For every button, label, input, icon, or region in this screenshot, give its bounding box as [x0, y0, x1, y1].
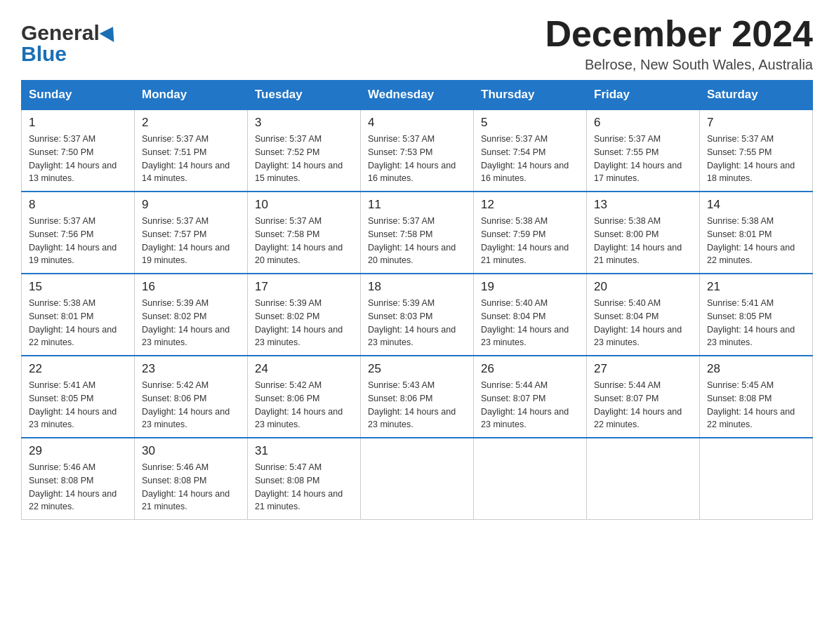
day-number: 2 — [142, 116, 240, 130]
calendar-cell: 15 Sunrise: 5:38 AMSunset: 8:01 PMDaylig… — [22, 274, 135, 356]
day-info: Sunrise: 5:43 AMSunset: 8:06 PMDaylight:… — [368, 379, 466, 431]
day-number: 31 — [255, 444, 353, 458]
day-info: Sunrise: 5:38 AMSunset: 8:00 PMDaylight:… — [594, 215, 692, 267]
calendar-cell: 29 Sunrise: 5:46 AMSunset: 8:08 PMDaylig… — [22, 438, 135, 520]
day-info: Sunrise: 5:40 AMSunset: 8:04 PMDaylight:… — [481, 297, 579, 349]
day-number: 17 — [255, 280, 353, 294]
calendar-cell: 27 Sunrise: 5:44 AMSunset: 8:07 PMDaylig… — [587, 356, 700, 438]
day-info: Sunrise: 5:37 AMSunset: 7:50 PMDaylight:… — [29, 133, 127, 185]
day-number: 16 — [142, 280, 240, 294]
col-header-friday: Friday — [587, 81, 700, 110]
day-number: 5 — [481, 116, 579, 130]
day-info: Sunrise: 5:38 AMSunset: 7:59 PMDaylight:… — [481, 215, 579, 267]
day-number: 23 — [142, 362, 240, 376]
col-header-monday: Monday — [135, 81, 248, 110]
calendar-cell: 22 Sunrise: 5:41 AMSunset: 8:05 PMDaylig… — [22, 356, 135, 438]
day-info: Sunrise: 5:44 AMSunset: 8:07 PMDaylight:… — [481, 379, 579, 431]
calendar-cell: 16 Sunrise: 5:39 AMSunset: 8:02 PMDaylig… — [135, 274, 248, 356]
day-info: Sunrise: 5:37 AMSunset: 7:55 PMDaylight:… — [707, 133, 805, 185]
day-number: 15 — [29, 280, 127, 294]
calendar-cell: 23 Sunrise: 5:42 AMSunset: 8:06 PMDaylig… — [135, 356, 248, 438]
day-info: Sunrise: 5:47 AMSunset: 8:08 PMDaylight:… — [255, 461, 353, 514]
calendar-table: SundayMondayTuesdayWednesdayThursdayFrid… — [21, 80, 813, 520]
col-header-thursday: Thursday — [474, 81, 587, 110]
calendar-header-row: SundayMondayTuesdayWednesdayThursdayFrid… — [22, 81, 813, 110]
calendar-cell: 19 Sunrise: 5:40 AMSunset: 8:04 PMDaylig… — [474, 274, 587, 356]
calendar-cell: 7 Sunrise: 5:37 AMSunset: 7:55 PMDayligh… — [700, 109, 813, 192]
calendar-week-2: 8 Sunrise: 5:37 AMSunset: 7:56 PMDayligh… — [22, 192, 813, 274]
calendar-cell: 24 Sunrise: 5:42 AMSunset: 8:06 PMDaylig… — [248, 356, 361, 438]
day-number: 7 — [707, 116, 805, 130]
calendar-cell: 13 Sunrise: 5:38 AMSunset: 8:00 PMDaylig… — [587, 192, 700, 274]
calendar-cell: 18 Sunrise: 5:39 AMSunset: 8:03 PMDaylig… — [361, 274, 474, 356]
calendar-cell: 14 Sunrise: 5:38 AMSunset: 8:01 PMDaylig… — [700, 192, 813, 274]
day-number: 14 — [707, 198, 805, 212]
day-info: Sunrise: 5:40 AMSunset: 8:04 PMDaylight:… — [594, 297, 692, 349]
day-info: Sunrise: 5:41 AMSunset: 8:05 PMDaylight:… — [29, 379, 127, 431]
day-info: Sunrise: 5:44 AMSunset: 8:07 PMDaylight:… — [594, 379, 692, 431]
month-title: December 2024 — [545, 14, 813, 54]
day-number: 12 — [481, 198, 579, 212]
calendar-cell: 12 Sunrise: 5:38 AMSunset: 7:59 PMDaylig… — [474, 192, 587, 274]
page-header: General Blue December 2024 Belrose, New … — [21, 14, 813, 73]
logo: General Blue — [21, 21, 119, 66]
calendar-cell: 30 Sunrise: 5:46 AMSunset: 8:08 PMDaylig… — [135, 438, 248, 520]
calendar-cell: 4 Sunrise: 5:37 AMSunset: 7:53 PMDayligh… — [361, 109, 474, 192]
calendar-cell: 3 Sunrise: 5:37 AMSunset: 7:52 PMDayligh… — [248, 109, 361, 192]
day-info: Sunrise: 5:37 AMSunset: 7:57 PMDaylight:… — [142, 215, 240, 267]
logo-arrow-icon — [100, 23, 119, 43]
logo-blue-text: Blue — [21, 42, 67, 66]
calendar-week-4: 22 Sunrise: 5:41 AMSunset: 8:05 PMDaylig… — [22, 356, 813, 438]
day-info: Sunrise: 5:37 AMSunset: 7:58 PMDaylight:… — [368, 215, 466, 267]
day-info: Sunrise: 5:38 AMSunset: 8:01 PMDaylight:… — [29, 297, 127, 349]
calendar-cell: 10 Sunrise: 5:37 AMSunset: 7:58 PMDaylig… — [248, 192, 361, 274]
day-number: 11 — [368, 198, 466, 212]
day-number: 10 — [255, 198, 353, 212]
day-number: 4 — [368, 116, 466, 130]
day-number: 24 — [255, 362, 353, 376]
calendar-cell: 25 Sunrise: 5:43 AMSunset: 8:06 PMDaylig… — [361, 356, 474, 438]
calendar-week-1: 1 Sunrise: 5:37 AMSunset: 7:50 PMDayligh… — [22, 109, 813, 192]
col-header-saturday: Saturday — [700, 81, 813, 110]
calendar-cell: 9 Sunrise: 5:37 AMSunset: 7:57 PMDayligh… — [135, 192, 248, 274]
day-number: 19 — [481, 280, 579, 294]
title-block: December 2024 Belrose, New South Wales, … — [545, 14, 813, 73]
calendar-cell: 28 Sunrise: 5:45 AMSunset: 8:08 PMDaylig… — [700, 356, 813, 438]
day-number: 20 — [594, 280, 692, 294]
day-info: Sunrise: 5:37 AMSunset: 7:51 PMDaylight:… — [142, 133, 240, 185]
day-info: Sunrise: 5:41 AMSunset: 8:05 PMDaylight:… — [707, 297, 805, 349]
day-info: Sunrise: 5:37 AMSunset: 7:58 PMDaylight:… — [255, 215, 353, 267]
day-info: Sunrise: 5:39 AMSunset: 8:02 PMDaylight:… — [142, 297, 240, 349]
calendar-cell: 20 Sunrise: 5:40 AMSunset: 8:04 PMDaylig… — [587, 274, 700, 356]
day-number: 30 — [142, 444, 240, 458]
calendar-cell: 8 Sunrise: 5:37 AMSunset: 7:56 PMDayligh… — [22, 192, 135, 274]
day-number: 18 — [368, 280, 466, 294]
day-info: Sunrise: 5:37 AMSunset: 7:52 PMDaylight:… — [255, 133, 353, 185]
day-number: 26 — [481, 362, 579, 376]
day-info: Sunrise: 5:39 AMSunset: 8:02 PMDaylight:… — [255, 297, 353, 349]
calendar-week-5: 29 Sunrise: 5:46 AMSunset: 8:08 PMDaylig… — [22, 438, 813, 520]
calendar-cell: 6 Sunrise: 5:37 AMSunset: 7:55 PMDayligh… — [587, 109, 700, 192]
day-info: Sunrise: 5:39 AMSunset: 8:03 PMDaylight:… — [368, 297, 466, 349]
day-number: 8 — [29, 198, 127, 212]
day-number: 1 — [29, 116, 127, 130]
col-header-tuesday: Tuesday — [248, 81, 361, 110]
calendar-cell: 31 Sunrise: 5:47 AMSunset: 8:08 PMDaylig… — [248, 438, 361, 520]
day-info: Sunrise: 5:45 AMSunset: 8:08 PMDaylight:… — [707, 379, 805, 431]
day-info: Sunrise: 5:37 AMSunset: 7:55 PMDaylight:… — [594, 133, 692, 185]
logo-general-text: General — [21, 21, 100, 45]
day-number: 21 — [707, 280, 805, 294]
day-number: 22 — [29, 362, 127, 376]
svg-marker-0 — [100, 23, 119, 42]
calendar-cell: 5 Sunrise: 5:37 AMSunset: 7:54 PMDayligh… — [474, 109, 587, 192]
col-header-sunday: Sunday — [22, 81, 135, 110]
calendar-cell: 17 Sunrise: 5:39 AMSunset: 8:02 PMDaylig… — [248, 274, 361, 356]
calendar-cell: 21 Sunrise: 5:41 AMSunset: 8:05 PMDaylig… — [700, 274, 813, 356]
day-number: 13 — [594, 198, 692, 212]
day-info: Sunrise: 5:42 AMSunset: 8:06 PMDaylight:… — [142, 379, 240, 431]
day-info: Sunrise: 5:46 AMSunset: 8:08 PMDaylight:… — [142, 461, 240, 514]
day-info: Sunrise: 5:37 AMSunset: 7:53 PMDaylight:… — [368, 133, 466, 185]
calendar-cell: 1 Sunrise: 5:37 AMSunset: 7:50 PMDayligh… — [22, 109, 135, 192]
calendar-cell: 2 Sunrise: 5:37 AMSunset: 7:51 PMDayligh… — [135, 109, 248, 192]
day-info: Sunrise: 5:38 AMSunset: 8:01 PMDaylight:… — [707, 215, 805, 267]
